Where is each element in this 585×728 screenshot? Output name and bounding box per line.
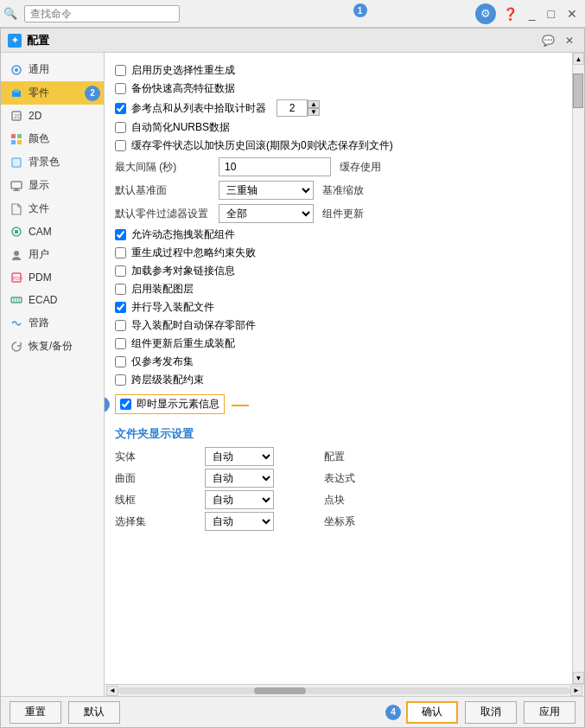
window-title-icon: ✦ [8,34,22,48]
svg-rect-12 [11,182,22,188]
default-button[interactable]: 默认 [68,701,120,724]
checkbox-crosslevel[interactable] [115,374,126,386]
search-input[interactable] [30,8,151,20]
sidebar-item-general[interactable]: 通用 [1,58,104,81]
select-defaultplane[interactable]: 三重轴 [219,181,314,200]
sidebar-item-2d[interactable]: 2D 2D [1,105,104,127]
sidebar-label-user: 用户 [29,247,49,262]
confirm-button[interactable]: 确认 [406,701,458,724]
maximize-button[interactable]: □ [544,5,559,22]
checkbox-dragassembly[interactable] [115,229,126,240]
input-row-defaultplane: 默认基准面 三重轴 基准缩放 [115,181,562,200]
label-solid: 实体 [115,450,201,464]
label-surface: 曲面 [115,471,201,486]
sidebar-item-display[interactable]: 显示 [1,174,104,197]
checkbox-regenerate[interactable] [115,338,126,349]
scroll-up-button[interactable]: ▲ [573,53,584,65]
body: 通用 零件 2 2D 2D 颜色 [1,53,584,696]
sidebar-item-bgcolor[interactable]: 背景色 [1,150,104,174]
h-scroll-thumb[interactable] [254,687,306,694]
sidebar-item-cam[interactable]: CAM [1,220,104,243]
sidebar-item-pdm[interactable]: PDM PDM [1,266,104,289]
checkbox-refpoint[interactable] [115,103,126,114]
checkbox-nurbs[interactable] [115,122,126,133]
label-config: 配置 [324,450,428,464]
sidebar-label-ecad: ECAD [29,294,57,306]
checkbox-parallelimport[interactable] [115,302,126,313]
cancel-button[interactable]: 取消 [465,701,517,724]
checkbox-row-assemblylayer: 启用装配图层 [115,282,562,297]
help-icon[interactable]: ❓ [499,5,521,22]
checkbox-assemblylayer[interactable] [115,284,126,295]
label-backup: 备份快速高亮特征数据 [131,81,235,96]
select-wireframe[interactable]: 自动 [205,490,274,509]
bgcolor-icon [10,156,23,169]
checkbox-refonly[interactable] [115,356,126,367]
content-scroll[interactable]: 启用历史选择性重生成 备份快速高亮特征数据 参考点和从列表中拾取计时器 ▲ [105,53,572,684]
vertical-scrollbar[interactable]: ▲ ▼ [572,53,584,684]
select-partfilter[interactable]: 全部 [219,204,314,223]
sidebar-label-bgcolor: 背景色 [29,155,60,169]
spinbox-down[interactable]: ▼ [308,108,320,116]
select-surface[interactable]: 自动 [205,469,274,488]
apply-button[interactable]: 应用 [524,701,575,724]
label-autosave: 导入装配时自动保存零部件 [131,318,256,333]
svg-rect-3 [14,89,19,93]
spinbox-input[interactable] [277,99,308,117]
scroll-thumb[interactable] [573,73,583,108]
sidebar-item-part[interactable]: 零件 2 [1,81,104,105]
checkbox-autosave[interactable] [115,320,126,331]
checkbox-cache[interactable] [115,140,126,151]
checkbox-row-cache: 缓存零件状态以加快历史回滚(期限为0则状态保存到文件) [115,138,562,153]
input-maxinterval[interactable] [219,157,331,176]
scroll-down-button[interactable]: ▼ [573,672,584,684]
part-icon [10,86,23,100]
window-header: ✦ 配置 💬 ✕ [1,29,584,53]
checkbox-row-loadref: 加载参考对象链接信息 [115,264,562,278]
checkbox-ignoreconstraint[interactable] [115,247,126,259]
spinbox-up[interactable]: ▲ [308,100,320,108]
scroll-left-button[interactable]: ◄ [106,686,118,696]
warning-dash: — [232,394,249,414]
folder-row-selection: 选择集 自动 坐标系 [115,512,562,531]
gear-button[interactable]: ⚙ [475,3,496,24]
sidebar-item-file[interactable]: 文件 [1,197,104,220]
sidebar-item-backup[interactable]: 恢复/备份 [1,335,104,358]
close-button[interactable]: ✕ [563,5,582,22]
checkbox-immediate[interactable] [120,399,131,410]
label-basescale: 基准缩放 [322,183,364,198]
checkbox-row-immediate: 即时显示元素信息 [115,394,225,414]
label-dragassembly: 允许动态拖拽装配组件 [131,227,235,242]
spinbox-timer: ▲ ▼ [277,99,320,117]
label-crosslevel: 跨层级装配约束 [131,373,204,387]
section-title-folder: 文件夹显示设置 [115,426,562,442]
badge-1: 1 [353,3,367,17]
title-bar-left: 🔍 [3,5,180,22]
svg-point-1 [15,68,18,72]
svg-text:2D: 2D [14,113,22,119]
window-title-area: ✦ 配置 [8,33,49,48]
scroll-right-button[interactable]: ► [570,686,582,696]
scroll-track [573,65,584,672]
checkbox-row-nurbs: 自动简化NURBS数据 [115,120,562,135]
checkbox-loadref[interactable] [115,265,126,277]
backup-icon [10,340,23,354]
horizontal-scrollbar[interactable]: ◄ ► [105,684,584,696]
search-box[interactable] [24,5,180,22]
window-reply-button[interactable]: 💬 [538,33,558,48]
sidebar-item-pipe[interactable]: 管路 [1,311,104,335]
minimize-button[interactable]: _ [525,5,540,22]
svg-point-17 [14,251,19,256]
select-selection[interactable]: 自动 [205,512,274,531]
select-solid[interactable]: 自动 [205,447,274,466]
sidebar-item-user[interactable]: 用户 [1,243,104,266]
sidebar-item-ecad[interactable]: ECAD [1,289,104,311]
sidebar-item-color[interactable]: 颜色 [1,127,104,150]
window-close-button[interactable]: ✕ [562,33,577,48]
reset-button[interactable]: 重置 [10,701,61,724]
checkbox-history[interactable] [115,65,126,76]
checkbox-backup[interactable] [115,83,126,94]
display-icon [10,179,23,193]
badge-3: 3 [105,397,110,412]
window-title: 配置 [27,33,49,48]
